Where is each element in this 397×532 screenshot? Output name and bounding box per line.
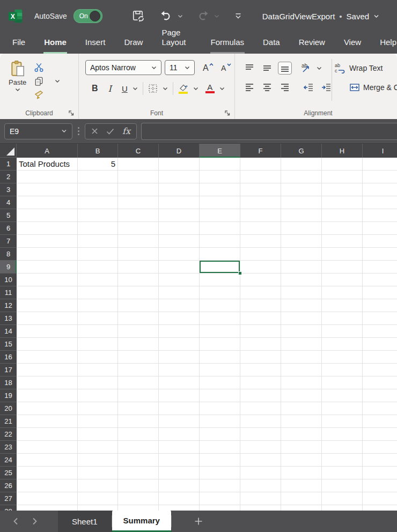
cell-C21[interactable] [118, 415, 159, 428]
row-header-1[interactable]: 1 [0, 158, 17, 171]
cell-I16[interactable] [363, 351, 397, 364]
cell-G9[interactable] [281, 261, 322, 274]
row-header-10[interactable]: 10 [0, 274, 17, 286]
cell-I18[interactable] [363, 376, 397, 389]
cell-F16[interactable] [240, 351, 281, 364]
cell-G20[interactable] [281, 402, 322, 415]
cell-D5[interactable] [159, 209, 200, 222]
cell-D26[interactable] [159, 479, 200, 492]
align-middle-button[interactable] [260, 62, 274, 75]
cell-F13[interactable] [240, 312, 281, 325]
decrease-indent-button[interactable] [302, 81, 315, 94]
cell-H18[interactable] [322, 376, 363, 389]
row-header-25[interactable]: 25 [0, 467, 17, 479]
cell-I21[interactable] [363, 415, 397, 428]
cell-H3[interactable] [322, 183, 363, 196]
cell-A21[interactable] [17, 415, 78, 428]
cell-I28[interactable] [363, 505, 397, 511]
cell-D6[interactable] [159, 222, 200, 235]
cell-E16[interactable] [200, 351, 240, 364]
cell-B11[interactable] [78, 286, 118, 299]
row-header-6[interactable]: 6 [0, 222, 17, 235]
cell-B23[interactable] [78, 441, 118, 454]
cell-A2[interactable] [17, 171, 78, 183]
cell-B12[interactable] [78, 299, 118, 312]
cell-I14[interactable] [363, 325, 397, 338]
cell-E9[interactable] [200, 261, 240, 274]
undo-button[interactable] [157, 7, 175, 25]
cell-E25[interactable] [200, 467, 240, 479]
cell-E5[interactable] [200, 209, 240, 222]
cell-F23[interactable] [240, 441, 281, 454]
cell-C24[interactable] [118, 454, 159, 467]
fill-handle[interactable] [238, 271, 242, 275]
copy-dropdown-chevron-icon[interactable] [55, 79, 60, 83]
cell-B21[interactable] [78, 415, 118, 428]
cell-I3[interactable] [363, 183, 397, 196]
align-right-button[interactable] [278, 81, 292, 94]
cell-C23[interactable] [118, 441, 159, 454]
cell-G8[interactable] [281, 248, 322, 261]
formula-input[interactable] [141, 123, 397, 140]
cell-D21[interactable] [159, 415, 200, 428]
font-color-button[interactable]: A [205, 84, 215, 93]
insert-function-button[interactable]: fx [122, 126, 130, 136]
row-header-7[interactable]: 7 [0, 235, 17, 248]
cell-B28[interactable] [78, 505, 118, 511]
cell-G21[interactable] [281, 415, 322, 428]
row-header-19[interactable]: 19 [0, 389, 17, 402]
cell-C18[interactable] [118, 376, 159, 389]
cell-C27[interactable] [118, 492, 159, 505]
select-all-button[interactable] [0, 144, 17, 158]
cell-D7[interactable] [159, 235, 200, 248]
cell-H12[interactable] [322, 299, 363, 312]
cell-H23[interactable] [322, 441, 363, 454]
underline-button[interactable]: U [122, 84, 128, 93]
cell-F9[interactable] [240, 261, 281, 274]
cell-H20[interactable] [322, 402, 363, 415]
cell-H1[interactable] [322, 158, 363, 171]
cell-F14[interactable] [240, 325, 281, 338]
cell-B26[interactable] [78, 479, 118, 492]
cell-B14[interactable] [78, 325, 118, 338]
cell-I17[interactable] [363, 364, 397, 376]
cell-C16[interactable] [118, 351, 159, 364]
cell-D12[interactable] [159, 299, 200, 312]
cell-C22[interactable] [118, 428, 159, 441]
align-top-button[interactable] [242, 62, 256, 75]
cell-F11[interactable] [240, 286, 281, 299]
align-bottom-button[interactable] [278, 62, 292, 75]
cell-C28[interactable] [118, 505, 159, 511]
cell-A26[interactable] [17, 479, 78, 492]
cell-B17[interactable] [78, 364, 118, 376]
row-header-3[interactable]: 3 [0, 183, 17, 196]
cancel-button[interactable] [91, 128, 98, 135]
cell-D19[interactable] [159, 389, 200, 402]
cell-G19[interactable] [281, 389, 322, 402]
cell-A16[interactable] [17, 351, 78, 364]
cell-B27[interactable] [78, 492, 118, 505]
cell-C19[interactable] [118, 389, 159, 402]
cell-I27[interactable] [363, 492, 397, 505]
tab-data[interactable]: Data [262, 38, 281, 54]
cell-F20[interactable] [240, 402, 281, 415]
cell-E17[interactable] [200, 364, 240, 376]
cell-B1[interactable]: 5 [78, 158, 118, 171]
cell-A12[interactable] [17, 299, 78, 312]
cell-E26[interactable] [200, 479, 240, 492]
cell-D2[interactable] [159, 171, 200, 183]
cell-G17[interactable] [281, 364, 322, 376]
cell-A24[interactable] [17, 454, 78, 467]
undo-dropdown-chevron-icon[interactable] [178, 14, 183, 18]
font-size-select[interactable]: 11 [165, 60, 195, 75]
cell-F21[interactable] [240, 415, 281, 428]
cell-H15[interactable] [322, 338, 363, 351]
cell-I12[interactable] [363, 299, 397, 312]
previous-sheet-button[interactable] [13, 518, 18, 525]
cell-G13[interactable] [281, 312, 322, 325]
cell-H19[interactable] [322, 389, 363, 402]
cell-B6[interactable] [78, 222, 118, 235]
cell-D13[interactable] [159, 312, 200, 325]
cell-E21[interactable] [200, 415, 240, 428]
align-center-button[interactable] [260, 81, 274, 94]
